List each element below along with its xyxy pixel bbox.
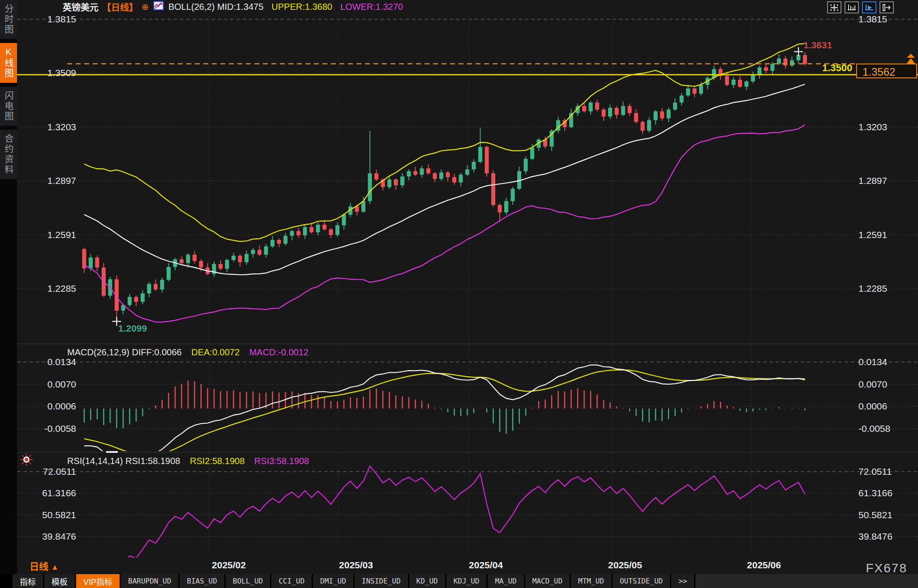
- symbol-name: 英镑美元: [63, 0, 99, 13]
- indicator-tabbar: 指标模板VIP指标BARUPDN_UDBIAS_UDBOLL_UDCCI_UDD…: [0, 574, 918, 588]
- tab-kd_ud[interactable]: KD_UD: [409, 574, 445, 588]
- tab-boll_ud[interactable]: BOLL_UD: [226, 574, 270, 588]
- chart-canvas[interactable]: 1.38151.38151.35091.32031.32031.28971.28…: [0, 0, 918, 588]
- tab-macd_ud[interactable]: MACD_UD: [525, 574, 570, 588]
- period-tag[interactable]: 【日线】: [102, 0, 138, 13]
- manual-line-price-label: 1.3500: [822, 62, 852, 74]
- x-axis-month-label: 2025/04: [469, 560, 503, 570]
- y-axis-label-left: 1.2591: [47, 230, 76, 240]
- brand-watermark: FX678: [866, 561, 908, 575]
- y-axis-label-right: 0.0006: [858, 401, 887, 411]
- y-axis-label-left: 61.3166: [42, 488, 76, 498]
- triangle-up-icon: ▲: [51, 563, 59, 571]
- y-axis-label-left: -0.0058: [44, 423, 76, 434]
- y-axis-label-right: 39.8476: [858, 531, 892, 541]
- tab-ma_ud[interactable]: MA_UD: [488, 574, 523, 588]
- mini-chart-icon[interactable]: [153, 1, 164, 13]
- y-axis-label-right: 50.5821: [858, 510, 892, 520]
- period-high-label: 1.3631: [803, 40, 832, 51]
- rsi1-label: RSI(14,14,14) RSI1:58.1908: [67, 456, 180, 466]
- y-axis-label-right: 61.3166: [858, 488, 892, 498]
- rsi-line: [84, 466, 805, 582]
- macd-lines: [84, 365, 805, 461]
- y-axis-label-left: 0.0070: [47, 379, 76, 389]
- y-axis-label-right: 0.0134: [858, 357, 888, 367]
- boll-lower-label: LOWER:1.3270: [340, 2, 403, 12]
- rsi-header: RSI(14,14,14) RSI1:58.1908 RSI2:58.1908 …: [67, 456, 309, 466]
- rsi2-label: RSI2:58.1908: [190, 456, 245, 466]
- y-axis-label-right: 72.0511: [858, 466, 892, 477]
- y-axis-label-left: 1.3509: [47, 68, 76, 78]
- tabbar-filler: [695, 574, 918, 588]
- macd-histogram: [84, 381, 805, 434]
- grid-layout-icon[interactable]: [827, 1, 841, 13]
- tab-mtm_ud[interactable]: MTM_UD: [571, 574, 611, 588]
- y-axis-label-left: 1.2285: [47, 283, 76, 294]
- y-axis-label-right: 1.2897: [858, 175, 887, 186]
- y-axis-label-left: 1.3815: [47, 14, 76, 24]
- tab-cci_ud[interactable]: CCI_UD: [271, 574, 312, 588]
- tab-kdj_ud[interactable]: KDJ_UD: [446, 574, 487, 588]
- candlestick-series: [82, 51, 807, 321]
- panel-resize-handle[interactable]: [106, 451, 118, 453]
- x-axis-month-label: 2025/06: [747, 560, 781, 570]
- x-axis-month-label: 2025/05: [608, 560, 642, 570]
- boll-bands: [84, 43, 805, 322]
- tab-inside_ud[interactable]: INSIDE_UD: [355, 574, 408, 588]
- tab-vip[interactable]: VIP指标: [76, 574, 120, 588]
- boll-value-label: BOLL(26,2) MID:1.3475: [168, 2, 263, 12]
- x-axis-month-label: 2025/02: [212, 560, 246, 570]
- boll-upper-label: UPPER:1.3680: [271, 2, 332, 12]
- macd-dea-label: DEA:0.0072: [191, 347, 240, 357]
- scroll-latest-arrow-icon[interactable]: [905, 53, 917, 68]
- tab-outside_ud[interactable]: OUTSIDE_UD: [613, 574, 670, 588]
- macd-header: MACD(26,12,9) DIFF:0.0066 DEA:0.0072 MAC…: [67, 347, 309, 358]
- tab->>[interactable]: >>: [671, 574, 694, 588]
- y-axis-label-left: 0.0006: [47, 401, 76, 411]
- tab-[interactable]: 模板: [44, 574, 75, 588]
- chart-toolbar: [827, 1, 894, 13]
- y-axis-label-left: 72.0511: [43, 466, 76, 477]
- y-axis-label-left: 39.8476: [42, 531, 76, 541]
- timeframe-selector[interactable]: 日线▲: [30, 559, 59, 572]
- tab-barupdn_ud[interactable]: BARUPDN_UD: [121, 574, 178, 588]
- gridlines: [17, 13, 918, 558]
- tab-dmi_ud[interactable]: DMI_UD: [313, 574, 353, 588]
- axis-shift-icon[interactable]: [879, 1, 894, 13]
- period-low-label: 1.2099: [118, 323, 147, 334]
- alarm-sun-icon[interactable]: [20, 453, 33, 468]
- y-axis-label-right: -0.0058: [858, 423, 890, 434]
- y-axis-label-left: 50.5821: [42, 510, 76, 520]
- macd-params-label: MACD(26,12,9) DIFF:0.0066: [67, 347, 182, 357]
- macd-hist-label: MACD:-0.0012: [249, 347, 309, 357]
- y-axis-label-right: 1.2591: [858, 230, 887, 240]
- axis-play-icon[interactable]: [862, 1, 876, 13]
- app-window: 分时图K线图闪电图合约资料 英镑美元 【日线】 ⊕ BOLL(26,2) MID…: [0, 0, 918, 588]
- crosshair-circle-icon[interactable]: ⊕: [142, 2, 149, 12]
- y-axis-label-right: 1.3203: [858, 122, 887, 132]
- y-axis-label-left: 0.0134: [47, 357, 77, 367]
- y-axis-label-right: 1.3815: [858, 14, 887, 24]
- y-axis-label-left: 1.3203: [47, 122, 76, 132]
- chart-header: 英镑美元 【日线】 ⊕ BOLL(26,2) MID:1.3475 UPPER:…: [63, 1, 403, 13]
- rsi3-label: RSI3:58.1908: [254, 456, 309, 466]
- tab-[interactable]: 指标: [13, 574, 43, 588]
- y-axis-label-right: 1.2285: [858, 283, 887, 294]
- axis-bars-icon[interactable]: [845, 1, 859, 13]
- tab-bias_ud[interactable]: BIAS_UD: [180, 574, 224, 588]
- x-axis-month-label: 2025/03: [339, 560, 373, 570]
- y-axis-label-left: 1.2897: [47, 175, 76, 186]
- y-axis-label-right: 0.0070: [858, 379, 887, 389]
